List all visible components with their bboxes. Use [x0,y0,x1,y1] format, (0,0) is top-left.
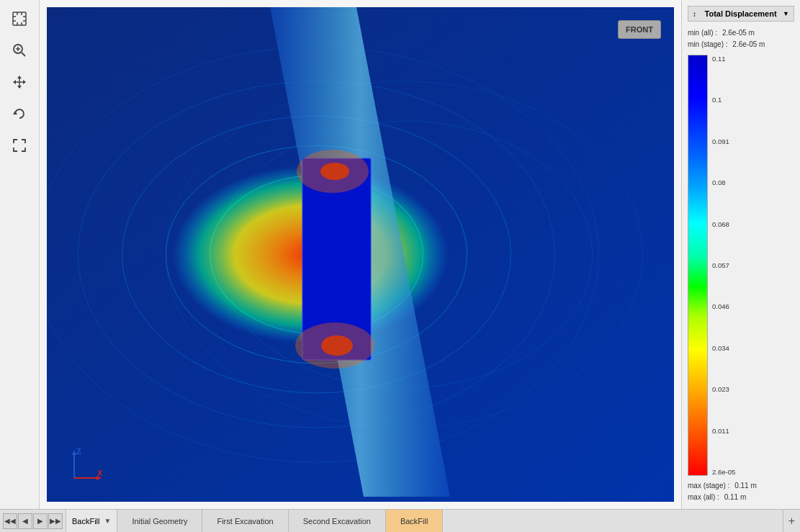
svg-text:X: X [97,469,103,477]
min-stage-value: 2.6e-05 m [732,40,765,48]
colorbar-label: 0.068 [712,220,735,228]
legend-title[interactable]: ↕ Total Displacement ▼ [688,6,794,22]
nav-first-button[interactable]: ◀◀ [3,513,17,529]
legend-dropdown-icon: ▼ [783,10,789,17]
colorbar-label: 0.046 [712,302,735,310]
min-all-value: 2.6e-05 m [722,29,755,37]
min-stage-label: min (stage) : [688,40,728,48]
visualization-svg [47,7,674,502]
svg-marker-15 [17,76,22,78]
nav-prev-button[interactable]: ◀ [18,513,32,529]
max-all-label: max (all) : [688,493,719,501]
legend-stats-bottom: max (stage) : 0.11 m max (all) : 0.11 m [688,480,794,503]
zoom-button[interactable] [8,39,31,62]
max-stage-label: max (stage) : [688,482,729,490]
axis-indicator: Z X [60,446,103,489]
tab-initial-geometry[interactable]: Initial Geometry [117,510,202,532]
fullscreen-button[interactable] [8,134,31,157]
viewport-canvas[interactable]: FRONT Z X [47,7,674,502]
zoom-fit-button[interactable] [8,7,31,30]
colorbar-label: 0.091 [712,137,735,145]
tabs-container: Initial Geometry First Excavation Second… [117,510,800,532]
right-panel: ↕ Total Displacement ▼ min (all) : 2.6e-… [681,0,800,509]
nav-last-button[interactable]: ▶▶ [48,513,63,529]
colorbar-label: 0.08 [712,179,735,186]
current-stage-label: BackFill ▼ [66,510,117,532]
max-stage-value: 0.11 m [734,482,757,490]
svg-text:Z: Z [76,447,81,456]
svg-point-34 [297,150,369,193]
rotate-button[interactable] [8,102,31,125]
svg-marker-17 [13,80,16,84]
bottom-bar: ◀◀ ◀ ▶ ▶▶ BackFill ▼ Initial Geometry Fi… [0,509,800,532]
main-area: FRONT Z X ↕ Total Displacement [0,0,800,509]
nav-controls: ◀◀ ◀ ▶ ▶▶ [0,510,66,532]
add-tab-button[interactable]: + [783,510,800,532]
legend-stats-top: min (all) : 2.6e-05 m min (stage) : 2.6e… [688,27,794,50]
colorbar-label: 0.057 [712,261,735,269]
colorbar-container: 0.110.10.0910.080.0680.0570.0460.0340.02… [688,55,794,476]
colorbar-label: 0.023 [712,385,735,393]
colorbar-label: 0.034 [712,344,735,352]
tab-second-excavation[interactable]: Second Excavation [289,510,386,532]
svg-marker-18 [23,80,26,84]
viewport-container[interactable]: FRONT Z X [40,0,681,509]
max-all-value: 0.11 m [724,493,747,501]
front-label: FRONT [618,20,661,39]
colorbar-label: 2.6e-05 [712,468,735,476]
colorbar-label: 0.011 [712,427,735,435]
svg-rect-0 [13,12,26,25]
svg-point-35 [295,323,374,369]
colorbar [688,55,708,476]
colorbar-label: 0.11 [712,55,735,63]
legend-title-text: Total Displacement [705,9,777,18]
displacement-icon: ↕ [693,10,696,18]
svg-marker-19 [13,111,17,114]
left-toolbar [0,0,40,509]
svg-line-10 [22,53,25,56]
stage-dropdown-icon: ▼ [104,517,112,525]
tab-first-excavation[interactable]: First Excavation [202,510,288,532]
colorbar-label: 0.1 [712,96,735,104]
pan-button[interactable] [8,71,31,94]
min-all-label: min (all) : [688,29,717,37]
svg-marker-16 [17,86,22,89]
tab-backfill[interactable]: BackFill [386,510,444,532]
nav-next-button[interactable]: ▶ [33,513,48,529]
colorbar-labels: 0.110.10.0910.080.0680.0570.0460.0340.02… [712,55,735,476]
